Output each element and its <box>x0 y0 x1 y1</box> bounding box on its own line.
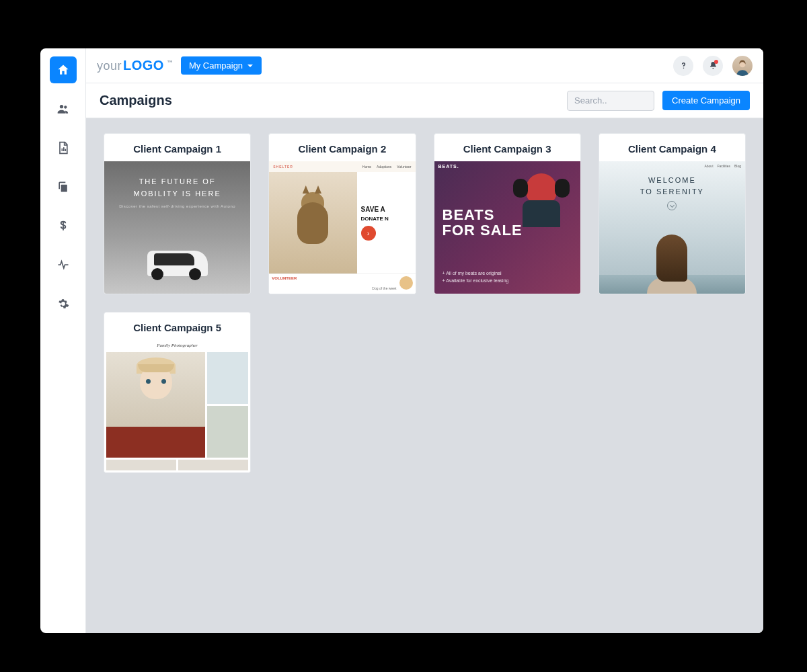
svg-point-0 <box>59 105 63 108</box>
campaign-card-title: Client Campaign 2 <box>269 134 415 161</box>
campaign-dropdown-label: My Campaign <box>189 60 243 71</box>
chevron-down-icon <box>667 201 677 210</box>
sidebar-item-activity[interactable] <box>50 251 77 278</box>
content-area: Client Campaign 1 THE FUTURE OF MOBILITY… <box>86 118 763 633</box>
gear-icon <box>56 297 70 310</box>
users-icon <box>56 102 70 116</box>
brand-tm: ™ <box>167 59 173 66</box>
page-title: Campaigns <box>100 93 559 108</box>
sidebar-item-copy[interactable] <box>50 173 77 200</box>
main-column: yourLOGO™ My Campaign Campaigns Create C… <box>86 48 763 633</box>
topbar: yourLOGO™ My Campaign <box>86 48 763 83</box>
campaign-grid: Client Campaign 1 THE FUTURE OF MOBILITY… <box>104 133 746 473</box>
home-icon <box>56 63 70 77</box>
brand-logo: yourLOGO™ <box>97 58 171 73</box>
copy-icon <box>56 180 70 194</box>
sidebar-item-reports[interactable] <box>50 134 77 161</box>
campaign-card[interactable]: Client Campaign 5 Family Photographer <box>104 312 251 473</box>
campaign-thumbnail: SHELTER Home Adoptions Volunteer SAVE A … <box>269 161 415 294</box>
notifications-button[interactable] <box>703 56 723 76</box>
campaign-dropdown[interactable]: My Campaign <box>181 56 262 75</box>
campaign-card-title: Client Campaign 3 <box>434 134 580 161</box>
svg-point-6 <box>683 68 684 69</box>
campaign-thumbnail: About Facilities Blog WELCOME TO SERENIT… <box>599 161 745 294</box>
campaign-thumbnail: Family Photographer <box>104 340 250 472</box>
help-button[interactable] <box>673 56 693 76</box>
campaign-thumbnail: THE FUTURE OF MOBILITY IS HERE Discover … <box>104 161 250 294</box>
page-header: Campaigns Create Campaign <box>86 83 763 118</box>
avatar-person-icon <box>734 58 751 76</box>
sidebar <box>40 48 86 633</box>
campaign-card[interactable]: Client Campaign 1 THE FUTURE OF MOBILITY… <box>104 133 251 294</box>
campaign-card-title: Client Campaign 1 <box>104 134 250 161</box>
arrow-right-icon: › <box>361 226 376 241</box>
svg-rect-2 <box>61 149 63 151</box>
notification-dot <box>714 60 718 64</box>
sidebar-item-settings[interactable] <box>50 290 77 317</box>
dollar-icon <box>56 219 70 233</box>
activity-icon <box>56 258 70 271</box>
campaign-card[interactable]: Client Campaign 4 About Facilities Blog … <box>599 133 746 294</box>
sidebar-item-users[interactable] <box>50 95 77 122</box>
svg-point-1 <box>64 106 67 108</box>
campaign-card[interactable]: Client Campaign 2 SHELTER Home Adoptions… <box>268 133 416 294</box>
campaign-card-title: Client Campaign 4 <box>599 134 745 161</box>
brand-main: LOGO <box>123 58 164 73</box>
campaign-thumbnail: BEATS. BEATS FOR SALE All of my beats ar… <box>434 161 580 294</box>
sidebar-item-billing[interactable] <box>50 212 77 239</box>
search-input[interactable] <box>567 91 654 111</box>
brand-prefix: your <box>97 59 122 73</box>
campaign-card-title: Client Campaign 5 <box>104 312 250 340</box>
svg-rect-3 <box>63 147 65 151</box>
sidebar-item-home[interactable] <box>50 56 77 83</box>
file-chart-icon <box>56 141 70 155</box>
create-campaign-button[interactable]: Create Campaign <box>662 91 750 110</box>
svg-rect-4 <box>65 149 66 151</box>
chevron-down-icon <box>247 62 254 69</box>
user-avatar[interactable] <box>732 56 753 76</box>
campaign-card[interactable]: Client Campaign 3 BEATS. BEATS FOR SALE … <box>434 133 581 294</box>
app-window: yourLOGO™ My Campaign Campaigns Create C… <box>40 48 763 633</box>
svg-rect-5 <box>61 185 67 192</box>
question-icon <box>679 60 689 71</box>
